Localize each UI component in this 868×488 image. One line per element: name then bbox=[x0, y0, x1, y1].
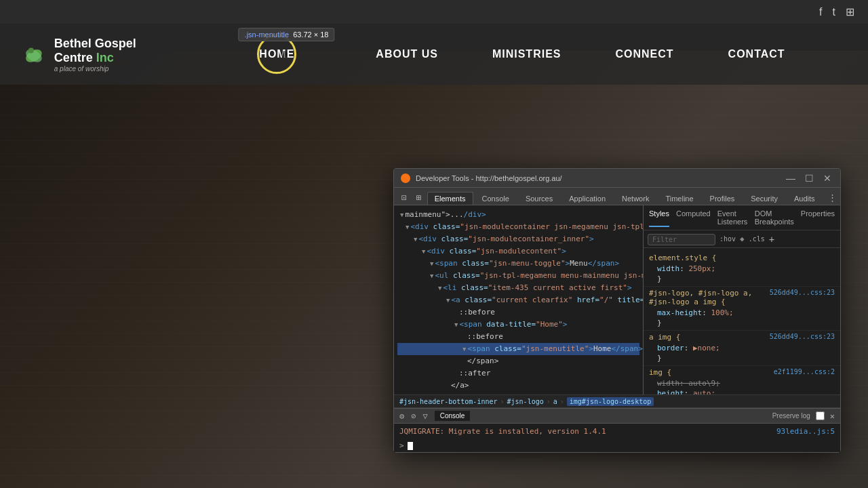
nav-item-home-wrapper: .jsn-menutitle 63.72 × 18 HOME bbox=[205, 48, 349, 60]
styles-tab-event-listeners[interactable]: Event Listeners bbox=[717, 208, 748, 227]
style-line: max-height: 100%; bbox=[649, 308, 835, 318]
logo-subtitle: a place of worship bbox=[54, 65, 170, 73]
dom-line: ⠀</span> bbox=[397, 355, 639, 367]
style-link[interactable]: 526dd49...css:23 bbox=[770, 333, 835, 343]
tab-timeline[interactable]: Timeline bbox=[658, 192, 701, 205]
nav-item-contact[interactable]: CONTACT bbox=[701, 48, 812, 60]
pseudo-state-button[interactable]: :hov bbox=[719, 235, 736, 243]
triangle-icon bbox=[414, 236, 417, 243]
console-log-line: JQMIGRATE: Migrate is installed, version… bbox=[399, 427, 835, 436]
console-filter-icon[interactable]: ▽ bbox=[422, 411, 427, 421]
style-val: auto; bbox=[693, 389, 715, 394]
dom-line: <div class="jsn-modulecontainer_inner"> bbox=[397, 233, 639, 245]
dom-line: mainmenu">.../div> bbox=[397, 209, 639, 221]
devtools-close-button[interactable]: ✕ bbox=[821, 173, 833, 184]
dom-line: ⠀::before bbox=[397, 306, 639, 319]
console-clear-icon[interactable]: ⊘ bbox=[411, 411, 416, 421]
nav-item-ministries[interactable]: MINISTRIES bbox=[465, 48, 589, 60]
cls-button[interactable]: .cls bbox=[749, 235, 765, 243]
add-style-button[interactable]: + bbox=[769, 234, 774, 245]
nav-item-connect[interactable]: CONNECT bbox=[588, 48, 701, 60]
breadcrumb-item[interactable]: #jsn-logo bbox=[507, 398, 544, 405]
dom-line-selected: <span class="jsn-menutitle">Home</span> bbox=[397, 343, 639, 355]
style-close: } bbox=[649, 318, 835, 328]
logo-text: Bethel Gospel Centre Inc a place of wors… bbox=[54, 37, 170, 73]
tooltip-dimensions: 63.72 × 18 bbox=[293, 30, 328, 39]
facebook-icon[interactable]: f bbox=[819, 6, 822, 18]
preserve-log-label: Preserve log bbox=[772, 412, 810, 420]
tab-profiles[interactable]: Profiles bbox=[703, 192, 743, 205]
twitter-icon[interactable]: t bbox=[833, 6, 835, 18]
style-link[interactable]: e2f1199...css:2 bbox=[774, 368, 835, 378]
styles-panel: Styles Computed Event Listeners DOM Brea… bbox=[644, 205, 840, 394]
tab-elements[interactable]: Elements bbox=[427, 192, 473, 205]
dom-line: ⠀</a> bbox=[397, 380, 639, 392]
top-toolbar: f t ⊞ bbox=[0, 0, 868, 24]
console-log-link[interactable]: 93ledia..js:5 bbox=[776, 427, 835, 436]
logo-leaf-icon bbox=[20, 37, 47, 71]
style-selector: element.style { bbox=[649, 253, 835, 262]
triangle-icon bbox=[430, 260, 433, 267]
console-settings-icon[interactable]: ⚙ bbox=[399, 411, 404, 421]
style-close: } bbox=[649, 353, 835, 363]
style-rule-element: element.style { width: 250px; } bbox=[644, 251, 840, 287]
style-selector: a img { bbox=[649, 333, 680, 342]
tab-console-active[interactable]: Console bbox=[435, 411, 471, 421]
tab-application[interactable]: Application bbox=[561, 192, 613, 205]
tooltip-selector: .jsn-menutitle bbox=[245, 30, 289, 39]
style-prop: border bbox=[657, 344, 684, 352]
logo-area[interactable]: Bethel Gospel Centre Inc a place of wors… bbox=[20, 37, 170, 73]
devtools-minimize-button[interactable]: — bbox=[784, 173, 797, 184]
dom-line: <span data-title="Home"> bbox=[397, 319, 639, 331]
devtools-maximize-button[interactable]: ☐ bbox=[803, 173, 816, 184]
triangle-icon bbox=[406, 224, 409, 230]
logo-name: Bethel Gospel Centre Inc bbox=[54, 37, 170, 65]
console-close-button[interactable]: ✕ bbox=[830, 411, 835, 421]
tab-console[interactable]: Console bbox=[475, 192, 517, 205]
devtools-window-buttons: — ☐ ✕ bbox=[784, 173, 833, 184]
devtools-body: mainmenu">.../div> <div class="jsn-modul… bbox=[394, 205, 840, 394]
breadcrumb-item[interactable]: a bbox=[553, 398, 557, 405]
devtools-select-icon[interactable]: ⊞ bbox=[412, 190, 426, 205]
preserve-log-checkbox[interactable] bbox=[816, 411, 825, 420]
style-prop: height bbox=[657, 389, 684, 394]
color-picker-icon[interactable]: ◆ bbox=[740, 235, 745, 243]
styles-tab-styles[interactable]: Styles bbox=[649, 208, 669, 227]
tab-audits[interactable]: Audits bbox=[787, 192, 823, 205]
elements-panel[interactable]: mainmenu">.../div> <div class="jsn-modul… bbox=[394, 205, 644, 394]
triangle-icon bbox=[454, 321, 458, 328]
nav-item-about[interactable]: ABOUT US bbox=[349, 48, 465, 60]
devtools-inspect-icon[interactable]: ⊡ bbox=[397, 190, 411, 205]
devtools-more-icon[interactable]: ⋮ bbox=[824, 190, 841, 205]
styles-tab-computed[interactable]: Computed bbox=[676, 208, 711, 227]
external-link-icon[interactable]: ⊞ bbox=[846, 5, 854, 18]
cursor-dot bbox=[281, 51, 288, 58]
dom-line: <span class="jsn-menu-toggle">Menu</span… bbox=[397, 258, 639, 270]
style-val: 250px; bbox=[688, 264, 715, 273]
devtools-breadcrumb: #jsn-header-bottom-inner › #jsn-logo › a… bbox=[394, 394, 840, 408]
nav-item-home[interactable]: HOME bbox=[232, 48, 321, 60]
breadcrumb-active-item[interactable]: img#jsn-logo-desktop bbox=[567, 397, 654, 406]
styles-tab-properties[interactable]: Properties bbox=[801, 208, 835, 227]
style-val: ▶none; bbox=[693, 344, 720, 352]
dom-line: <a class="current clearfix" href="/" tit… bbox=[397, 294, 639, 306]
styles-tab-dom-breakpoints[interactable]: DOM Breakpoints bbox=[755, 208, 794, 227]
style-link[interactable]: 526dd49...css:23 bbox=[770, 289, 835, 308]
style-rule-jsn-logo: #jsn-logo, #jsn-logo a, #jsn-logo a img … bbox=[644, 287, 840, 331]
devtools-titlebar: Developer Tools - http://bethelgospel.or… bbox=[394, 169, 840, 188]
triangle-icon bbox=[422, 248, 425, 255]
dom-line: <div class="jsn-modulecontent"> bbox=[397, 245, 639, 258]
main-nav: .jsn-menutitle 63.72 × 18 HOME ABOUT US … bbox=[170, 48, 848, 60]
triangle-icon bbox=[400, 211, 403, 218]
tab-sources[interactable]: Sources bbox=[518, 192, 560, 205]
breadcrumb-item[interactable]: #jsn-header-bottom-inner bbox=[399, 398, 498, 405]
triangle-icon bbox=[462, 346, 466, 352]
console-tabs: ⚙ ⊘ ▽ Console Preserve log ✕ bbox=[394, 409, 840, 424]
styles-content: element.style { width: 250px; } #jsn-log… bbox=[644, 248, 840, 394]
tab-network[interactable]: Network bbox=[614, 192, 656, 205]
tab-security[interactable]: Security bbox=[743, 192, 785, 205]
logo-inc: Inc bbox=[96, 51, 114, 64]
devtools-favicon bbox=[401, 174, 410, 183]
filter-input[interactable]: Filter bbox=[648, 234, 715, 245]
dom-line: ⠀::after bbox=[397, 367, 639, 380]
